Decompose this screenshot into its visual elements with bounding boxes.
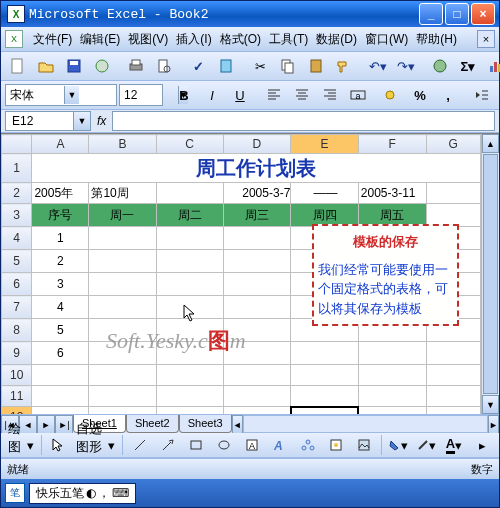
format-painter-button[interactable] — [331, 54, 357, 78]
cell[interactable] — [89, 365, 156, 386]
select-objects-button[interactable] — [45, 433, 71, 457]
cell[interactable] — [32, 407, 89, 415]
redo-button[interactable]: ↷▾ — [393, 54, 419, 78]
arrow-button[interactable] — [155, 433, 181, 457]
select-all-corner[interactable] — [2, 135, 32, 154]
scroll-left-button[interactable]: ◄ — [232, 415, 243, 434]
mdi-close-button[interactable]: × — [477, 30, 495, 48]
row-header-3[interactable]: 3 — [2, 204, 32, 227]
cell[interactable] — [32, 386, 89, 407]
toolbar-options-3[interactable]: ▸ — [469, 433, 495, 457]
tab-last-button[interactable]: ►| — [55, 415, 73, 434]
chart-button[interactable] — [483, 54, 500, 78]
close-button[interactable]: × — [471, 3, 495, 25]
plan-cell[interactable] — [89, 296, 156, 319]
merge-center-button[interactable]: a — [345, 83, 371, 107]
hyperlink-button[interactable] — [427, 54, 453, 78]
save-button[interactable] — [61, 54, 87, 78]
cell[interactable] — [223, 407, 291, 415]
draw-menu[interactable]: 绘图(R)▾ — [5, 433, 37, 457]
menu-edit[interactable]: 编辑(E) — [76, 31, 124, 48]
plan-row-number[interactable]: 5 — [32, 319, 89, 342]
plan-cell[interactable] — [89, 250, 156, 273]
horizontal-scrollbar[interactable]: ◄ ► — [232, 415, 499, 433]
percent-button[interactable]: % — [407, 83, 433, 107]
row-header-7[interactable]: 7 — [2, 296, 32, 319]
italic-button[interactable]: I — [199, 83, 225, 107]
row-header-6[interactable]: 6 — [2, 273, 32, 296]
plan-cell[interactable] — [89, 342, 156, 365]
print-preview-button[interactable] — [151, 54, 177, 78]
plan-col-header[interactable]: 周二 — [156, 204, 223, 227]
plan-row-number[interactable]: 2 — [32, 250, 89, 273]
undo-button[interactable]: ↶▾ — [365, 54, 391, 78]
row-header-1[interactable]: 1 — [2, 154, 32, 183]
menu-tools[interactable]: 工具(T) — [265, 31, 312, 48]
new-button[interactable] — [5, 54, 31, 78]
plan-cell[interactable] — [223, 296, 291, 319]
row-header-10[interactable]: 10 — [2, 365, 32, 386]
row-header-5[interactable]: 5 — [2, 250, 32, 273]
sheet-tab-3[interactable]: Sheet3 — [179, 415, 232, 433]
cell[interactable] — [426, 407, 480, 415]
scroll-thumb[interactable] — [483, 154, 498, 394]
tab-next-button[interactable]: ► — [37, 415, 55, 434]
font-size-combo[interactable]: 12 ▼ — [119, 84, 163, 106]
cell[interactable] — [358, 365, 426, 386]
plan-cell[interactable] — [223, 250, 291, 273]
row-header-8[interactable]: 8 — [2, 319, 32, 342]
plan-col-header[interactable]: 序号 — [32, 204, 89, 227]
col-header-E[interactable]: E — [291, 135, 359, 154]
plan-row-number[interactable]: 1 — [32, 227, 89, 250]
row-header-4[interactable]: 4 — [2, 227, 32, 250]
plan-cell[interactable] — [223, 319, 291, 342]
plan-cell[interactable] — [156, 227, 223, 250]
oval-button[interactable] — [211, 433, 237, 457]
cell[interactable] — [426, 386, 480, 407]
textbox-button[interactable]: A — [239, 433, 265, 457]
menu-data[interactable]: 数据(D) — [312, 31, 361, 48]
row-header-11[interactable]: 11 — [2, 386, 32, 407]
paste-button[interactable] — [303, 54, 329, 78]
cell[interactable] — [156, 407, 223, 415]
currency-button[interactable] — [379, 83, 405, 107]
plan-row-number[interactable]: 6 — [32, 342, 89, 365]
plan-cell[interactable] — [223, 227, 291, 250]
cell[interactable] — [291, 386, 359, 407]
rectangle-button[interactable] — [183, 433, 209, 457]
subheader-cell[interactable] — [426, 183, 480, 204]
cell[interactable] — [358, 386, 426, 407]
subheader-cell[interactable]: —— — [291, 183, 359, 204]
cell[interactable] — [426, 342, 480, 365]
plan-cell[interactable] — [156, 342, 223, 365]
scroll-right-button[interactable]: ► — [488, 415, 499, 434]
align-left-button[interactable] — [261, 83, 287, 107]
plan-cell[interactable] — [89, 227, 156, 250]
comma-button[interactable]: , — [435, 83, 461, 107]
row-header-9[interactable]: 9 — [2, 342, 32, 365]
cell[interactable] — [291, 365, 359, 386]
plan-cell[interactable] — [89, 273, 156, 296]
subheader-cell[interactable]: 2005-3-11 — [358, 183, 426, 204]
research-button[interactable] — [213, 54, 239, 78]
menu-view[interactable]: 视图(V) — [124, 31, 172, 48]
col-header-C[interactable]: C — [156, 135, 223, 154]
ime-indicator-icon[interactable]: 笔 — [5, 483, 25, 503]
align-right-button[interactable] — [317, 83, 343, 107]
diagram-button[interactable] — [295, 433, 321, 457]
menu-file[interactable]: 文件(F) — [29, 31, 76, 48]
spellcheck-button[interactable]: ✓ — [185, 54, 211, 78]
ime-keyboard-icon[interactable]: ⌨ — [112, 486, 129, 500]
autoshapes-menu[interactable]: 自选图形(U)▾ — [73, 433, 118, 457]
clipart-button[interactable] — [323, 433, 349, 457]
menu-window[interactable]: 窗口(W) — [361, 31, 412, 48]
cell[interactable] — [32, 365, 89, 386]
cell[interactable] — [156, 365, 223, 386]
cell[interactable] — [223, 365, 291, 386]
subheader-cell[interactable] — [156, 183, 223, 204]
fx-label[interactable]: fx — [97, 114, 106, 128]
font-color-button-2[interactable]: A▾ — [441, 433, 467, 457]
vertical-scrollbar[interactable]: ▲ ▼ — [481, 134, 499, 414]
scroll-up-button[interactable]: ▲ — [482, 134, 499, 153]
picture-button[interactable] — [351, 433, 377, 457]
